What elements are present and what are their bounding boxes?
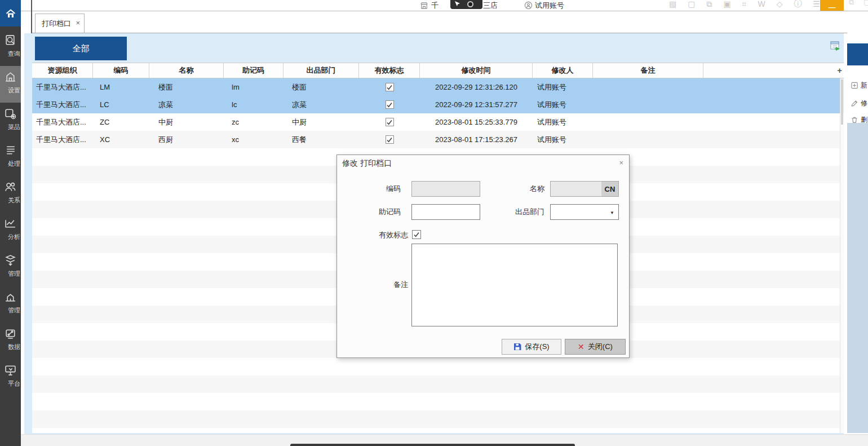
info-icon[interactable]: ⓘ xyxy=(794,0,801,9)
valid-checkbox[interactable] xyxy=(386,100,394,109)
column-header[interactable]: 编码 xyxy=(93,63,149,78)
action-label: 删 xyxy=(861,115,867,125)
tab-close-icon[interactable]: × xyxy=(76,19,80,28)
minimize-button[interactable]: — xyxy=(820,0,844,11)
sidebar-item-search[interactable]: 查询 xyxy=(0,29,21,66)
code-field xyxy=(411,181,480,197)
account-name[interactable]: 试用账号 xyxy=(535,0,564,11)
valid-checkbox[interactable] xyxy=(386,83,394,91)
tab-print-station[interactable]: 打印档口 × xyxy=(35,14,85,33)
sidebar-item-settings[interactable]: 设置 xyxy=(0,66,21,103)
save-button[interactable]: 保存(S) xyxy=(502,339,561,355)
vertical-scrollbar[interactable] xyxy=(840,78,844,433)
tab-label: 打印档口 xyxy=(36,19,71,29)
scrollbar-thumb[interactable] xyxy=(841,80,843,125)
sidebar-item-manage1[interactable]: 管理 xyxy=(0,249,21,286)
sidebar-item-process[interactable]: 处理 xyxy=(0,139,21,176)
column-header[interactable]: 修改时间 xyxy=(420,63,533,78)
close-window-icon[interactable]: ▢ xyxy=(863,0,868,6)
copy-icon[interactable]: ⧉ xyxy=(706,0,712,9)
sidebar-items: 查询设置菜品处理关系分析管理管理数据平台 xyxy=(0,29,21,396)
filter-all-button[interactable]: 全部 xyxy=(35,37,127,60)
add-icon xyxy=(851,81,858,90)
delete-record-button[interactable]: 删 xyxy=(851,113,868,126)
printer-icon[interactable]: ▤ xyxy=(669,0,676,8)
home-button[interactable] xyxy=(0,0,21,27)
restore-icon[interactable]: ⧉ xyxy=(849,0,854,7)
dialog-close-icon[interactable]: × xyxy=(619,158,623,167)
code-label: 编码 xyxy=(348,181,401,197)
list-icon[interactable]: ☰ xyxy=(813,0,820,8)
edit-dialog: 修改 打印档口 × 编码 名称 CN 助记码 出品部门 ▼ 有效标志 备注 保存… xyxy=(336,154,630,358)
cell-dept: 西餐 xyxy=(284,131,359,148)
sidebar-item-label: 管理 xyxy=(8,270,20,278)
sidebar-item-analytics[interactable]: 分析 xyxy=(0,213,21,249)
valid-checkbox[interactable] xyxy=(386,135,394,144)
remark-textarea[interactable] xyxy=(411,244,618,326)
valid-label: 有效标志 xyxy=(356,227,408,243)
cell-modifier: 试用账号 xyxy=(533,113,593,131)
right-panel-header[interactable] xyxy=(847,43,868,65)
add-record-button[interactable]: 新 xyxy=(851,79,868,91)
right-action-panel: 新修删 xyxy=(847,11,868,434)
valid-checkbox[interactable] xyxy=(412,230,421,239)
column-chooser-icon[interactable]: + xyxy=(837,65,842,75)
close-label: 关闭(C) xyxy=(588,342,613,352)
name-field: CN xyxy=(550,181,619,197)
table-row[interactable]: 千里马大酒店... ZC 中厨 zc 中厨 2023-08-01 15:25:3… xyxy=(32,113,844,131)
valid-checkbox[interactable] xyxy=(386,118,394,126)
account-icon xyxy=(524,1,533,10)
column-header[interactable]: 名称 xyxy=(149,63,224,78)
check-icon xyxy=(386,84,393,91)
sidebar-item-label: 数据 xyxy=(8,343,20,351)
sidebar-item-label: 管理 xyxy=(8,306,20,315)
edit-record-button[interactable]: 修 xyxy=(851,97,868,109)
table-row[interactable]: 千里马大酒店... XC 西厨 xc 西餐 2023-08-01 17:15:2… xyxy=(32,131,844,148)
mouse-cursor-icon xyxy=(454,1,460,8)
table-row[interactable]: 千里马大酒店... LM 楼面 lm 楼面 2022-09-29 12:31:2… xyxy=(32,78,844,96)
store-icon xyxy=(420,1,428,10)
cell-modified: 2023-08-01 17:15:23.267 xyxy=(420,131,533,148)
cell-dept: 凉菜 xyxy=(284,96,359,113)
check-icon xyxy=(386,119,393,126)
column-header[interactable]: 备注 xyxy=(593,63,703,78)
column-header[interactable]: 资源组织 xyxy=(32,63,93,78)
cell-org: 千里马大酒店... xyxy=(32,113,93,131)
action-label: 修 xyxy=(861,99,867,108)
cell-modified: 2022-09-29 12:31:26.120 xyxy=(420,78,533,96)
cell-remark xyxy=(593,78,703,96)
sidebar-item-platform[interactable]: 平台 xyxy=(0,359,21,396)
cell-modifier: 试用账号 xyxy=(533,131,593,148)
column-header[interactable]: 有效标志 xyxy=(359,63,420,78)
cell-name: 凉菜 xyxy=(149,96,224,113)
sitemap-icon[interactable]: ⌗ xyxy=(742,0,747,9)
sidebar-item-dish[interactable]: 菜品 xyxy=(0,103,21,139)
cell-modifier: 试用账号 xyxy=(533,96,593,113)
home-icon xyxy=(5,7,17,20)
shield-icon[interactable]: ◇ xyxy=(777,0,783,8)
cell-org: 千里马大酒店... xyxy=(32,78,93,96)
sidebar-item-data[interactable]: 数据 xyxy=(0,323,21,359)
chevron-down-icon: ▼ xyxy=(610,210,614,215)
app-window: 千 三店 试用账号 ▤▢⧉▣⌗W◇ⓘ☰ — ⧉ ▢ 查询设置菜品处理关系分析管理… xyxy=(0,0,868,446)
tag-icon[interactable]: W xyxy=(758,0,765,8)
sidebar-item-label: 关系 xyxy=(8,196,20,205)
export-grid-icon[interactable] xyxy=(830,41,841,52)
column-header[interactable]: 出品部门 xyxy=(284,63,359,78)
dept-select[interactable]: ▼ xyxy=(550,204,619,220)
monitor-icon[interactable]: ▢ xyxy=(688,0,695,8)
sidebar-item-relations[interactable]: 关系 xyxy=(0,176,21,213)
column-header[interactable]: 修改人 xyxy=(533,63,593,78)
sidebar-item-label: 菜品 xyxy=(8,123,20,131)
save-icon[interactable]: ▣ xyxy=(723,0,730,8)
cell-valid xyxy=(359,96,420,113)
sidebar-item-manage2[interactable]: 管理 xyxy=(0,286,21,323)
table-row[interactable]: 千里马大酒店... LC 凉菜 lc 凉菜 2022-09-29 12:31:5… xyxy=(32,96,844,113)
column-header[interactable]: 助记码 xyxy=(224,63,284,78)
divider xyxy=(31,0,32,33)
close-button[interactable]: ✕ 关闭(C) xyxy=(565,339,626,355)
column-header-filler xyxy=(703,63,844,78)
language-chip[interactable]: CN xyxy=(601,182,618,196)
mnemonic-field[interactable] xyxy=(411,204,480,220)
top-bar: 千 三店 试用账号 ▤▢⧉▣⌗W◇ⓘ☰ — ⧉ ▢ xyxy=(21,0,868,11)
